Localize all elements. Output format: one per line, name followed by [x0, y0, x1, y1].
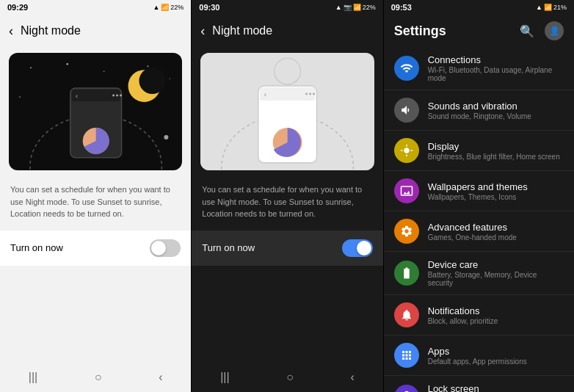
toggle-row-2: Turn on now	[192, 231, 382, 266]
sounds-icon	[394, 98, 419, 123]
svg-point-5	[19, 96, 21, 98]
svg-point-2	[103, 70, 105, 72]
notifications-icon	[394, 302, 419, 327]
device-text: Device care Battery, Storage, Memory, De…	[428, 259, 564, 287]
device-icon	[394, 261, 419, 286]
connections-title: Connections	[428, 54, 564, 65]
settings-item-advanced[interactable]: Advanced features Games, One-handed mode	[384, 211, 574, 252]
svg-text:‹: ‹	[264, 90, 266, 98]
wallpapers-title: Wallpapers and themes	[428, 181, 528, 192]
search-icon[interactable]: 🔍	[520, 24, 534, 38]
back-nav-icon-1[interactable]: ‹	[159, 371, 162, 384]
status-bar-3: 09:53 ▲ 📶 21%	[384, 0, 574, 15]
back-button-2[interactable]: ‹	[200, 23, 205, 39]
lock-title: Lock screen	[428, 383, 564, 392]
connections-icon	[394, 56, 419, 81]
nav-bar-2: ‹ Night mode	[192, 15, 382, 47]
advanced-icon	[394, 219, 419, 244]
moon-illustration: ‹	[9, 53, 182, 170]
notifications-text: Notifications Block, allow, prioritize	[428, 305, 498, 325]
settings-item-device[interactable]: Device care Battery, Storage, Memory, De…	[384, 252, 574, 295]
connections-subtitle: Wi-Fi, Bluetooth, Data usage, Airplane m…	[428, 66, 564, 82]
toggle-knob-1	[151, 241, 166, 255]
svg-point-1	[67, 63, 68, 65]
avatar-icon[interactable]: 👤	[545, 21, 564, 40]
settings-item-wallpapers[interactable]: Wallpapers and themes Wallpapers, Themes…	[384, 171, 574, 211]
svg-point-8	[139, 68, 165, 94]
svg-point-13	[116, 95, 118, 97]
apps-subtitle: Default apps, App permissions	[428, 357, 527, 366]
settings-item-display[interactable]: Display Brightness, Blue light filter, H…	[384, 131, 574, 171]
svg-point-24	[309, 93, 311, 95]
settings-item-sounds[interactable]: Sounds and vibration Sound mode, Rington…	[384, 90, 574, 131]
wallpapers-subtitle: Wallpapers, Themes, Icons	[428, 193, 528, 201]
lock-text: Lock screen Screen lock type, Always On …	[428, 383, 564, 392]
wallpapers-icon	[394, 178, 419, 203]
notifications-title: Notifications	[428, 305, 498, 316]
settings-header: Settings 🔍 👤	[384, 15, 574, 47]
advanced-text: Advanced features Games, One-handed mode	[428, 222, 517, 242]
connections-text: Connections Wi-Fi, Bluetooth, Data usage…	[428, 54, 564, 82]
svg-point-3	[147, 65, 148, 67]
status-bar-1: 09:29 ▲ 📶 22%	[0, 0, 191, 15]
nav-title-1: Night mode	[21, 24, 81, 37]
nav-title-2: Night mode	[212, 24, 272, 37]
toggle-switch-2[interactable]	[342, 239, 373, 257]
advanced-title: Advanced features	[428, 222, 517, 233]
sounds-subtitle: Sound mode, Ringtone, Volume	[428, 112, 531, 120]
toggle-label-2: Turn on now	[202, 242, 255, 253]
svg-point-0	[30, 67, 32, 68]
notifications-subtitle: Block, allow, prioritize	[428, 317, 498, 325]
panel-night-mode-dark: 09:30 ▲ 📷 📶 22% ‹ Night mode ‹	[192, 0, 382, 392]
wallpapers-text: Wallpapers and themes Wallpapers, Themes…	[428, 181, 528, 201]
status-bar-2: 09:30 ▲ 📷 📶 22%	[192, 0, 382, 15]
settings-list: Connections Wi-Fi, Bluetooth, Data usage…	[384, 47, 574, 392]
description-1: You can set a schedule for when you want…	[0, 176, 191, 228]
apps-text: Apps Default apps, App permissions	[428, 346, 527, 366]
bottom-nav-2: ||| ○ ‹	[192, 363, 382, 392]
status-time-3: 09:53	[391, 3, 412, 12]
settings-title: Settings	[394, 23, 446, 39]
status-time-1: 09:29	[7, 3, 28, 12]
svg-text:‹: ‹	[76, 92, 78, 100]
status-time-2: 09:30	[199, 3, 219, 12]
recent-apps-icon-2[interactable]: |||	[220, 371, 229, 384]
toggle-knob-2	[357, 241, 371, 255]
display-subtitle: Brightness, Blue light filter, Home scre…	[428, 153, 560, 161]
panel-night-mode-light: 09:29 ▲ 📶 22% ‹ Night mode	[0, 0, 191, 392]
sounds-title: Sounds and vibration	[428, 101, 531, 112]
home-icon-1[interactable]: ○	[95, 371, 102, 384]
display-text: Display Brightness, Blue light filter, H…	[428, 141, 560, 161]
lock-icon	[394, 385, 419, 392]
bottom-nav-1: ||| ○ ‹	[0, 363, 191, 392]
home-icon-2[interactable]: ○	[286, 371, 294, 384]
status-icons-2: ▲ 📷 📶 22%	[335, 4, 376, 11]
svg-point-12	[112, 95, 115, 97]
display-title: Display	[428, 141, 560, 152]
svg-point-14	[120, 95, 122, 97]
svg-point-16	[164, 135, 168, 139]
settings-item-connections[interactable]: Connections Wi-Fi, Bluetooth, Data usage…	[384, 47, 574, 90]
status-icons-1: ▲ 📶 22%	[153, 4, 184, 11]
recent-apps-icon-1[interactable]: |||	[29, 371, 37, 384]
back-nav-icon-2[interactable]: ‹	[350, 371, 354, 384]
settings-item-notifications[interactable]: Notifications Block, allow, prioritize	[384, 295, 574, 335]
phone-light-illustration: ‹	[200, 53, 374, 170]
device-subtitle: Battery, Storage, Memory, Device securit…	[428, 271, 564, 287]
apps-title: Apps	[428, 346, 527, 357]
svg-point-23	[305, 93, 308, 95]
panel-settings: 09:53 ▲ 📶 21% Settings 🔍 👤 Connections W…	[384, 0, 574, 392]
preview-area-2: ‹	[200, 53, 374, 170]
settings-header-icons: 🔍 👤	[520, 21, 564, 40]
svg-point-4	[170, 78, 170, 79]
apps-icon	[394, 343, 419, 368]
settings-item-apps[interactable]: Apps Default apps, App permissions	[384, 335, 574, 376]
toggle-switch-1[interactable]	[150, 239, 181, 257]
back-button-1[interactable]: ‹	[9, 23, 13, 39]
status-icons-3: ▲ 📶 21%	[536, 4, 567, 11]
description-2: You can set a schedule for when you want…	[192, 176, 382, 228]
svg-point-25	[313, 93, 315, 95]
advanced-subtitle: Games, One-handed mode	[428, 233, 517, 242]
settings-item-lock[interactable]: Lock screen Screen lock type, Always On …	[384, 376, 574, 392]
preview-area-1: ‹	[9, 53, 182, 170]
